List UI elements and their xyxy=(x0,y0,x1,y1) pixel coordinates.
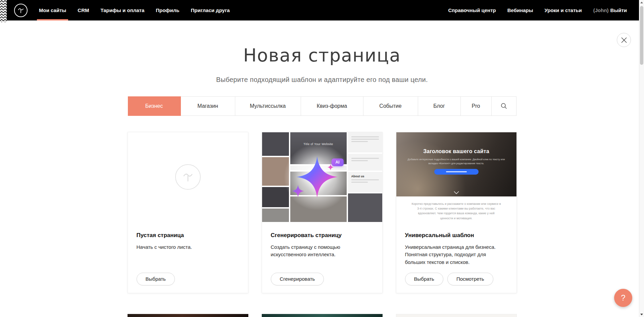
page-subtitle: Выберите подходящий шаблон и адаптируйте… xyxy=(0,76,644,84)
template-cta-button xyxy=(434,169,479,175)
tilda-logo[interactable] xyxy=(14,4,28,17)
template-thumb xyxy=(348,132,382,152)
template-category-tabs: Бизнес Магазин Мультиссылка Квиз-форма С… xyxy=(128,96,516,116)
menu-crm[interactable]: CRM xyxy=(78,0,89,20)
template-cards-row-2 xyxy=(128,314,517,317)
menu-my-sites[interactable]: Мои сайты xyxy=(39,0,66,20)
template-thumb xyxy=(262,187,289,207)
user-name: (John) xyxy=(593,7,609,13)
template-thumb: About us xyxy=(348,172,382,192)
tab-blog[interactable]: Блог xyxy=(418,97,461,116)
card-actions: Сгенерировать xyxy=(271,273,374,285)
scrollbar[interactable] xyxy=(639,0,644,317)
zigzag-decoration xyxy=(0,0,7,22)
universal-template-preview: Заголовок вашего сайта Добавьте интересн… xyxy=(396,132,516,222)
zigzag-pattern-icon xyxy=(0,0,7,22)
scroll-up-arrow[interactable] xyxy=(639,0,644,5)
template-thumb xyxy=(262,209,289,222)
template-hero: Заголовок вашего сайта Добавьте интересн… xyxy=(396,132,516,196)
template-card-partial[interactable] xyxy=(396,314,517,317)
template-card-partial[interactable] xyxy=(128,314,248,317)
app-window: Мои сайты CRM Тарифы и оплата Профиль Пр… xyxy=(0,0,644,317)
card-body: Универсальный шаблон Универсальная стран… xyxy=(396,222,516,293)
preview-universal-button[interactable]: Посмотреть xyxy=(447,273,493,285)
tab-quiz-form[interactable]: Квиз-форма xyxy=(301,97,363,116)
collage-column: About us xyxy=(348,132,382,222)
thumb-about-text: About us xyxy=(351,175,379,178)
generate-button[interactable]: Сгенерировать xyxy=(271,273,324,285)
menu-profile[interactable]: Профиль xyxy=(156,0,179,20)
template-thumb xyxy=(348,154,382,171)
logout-label: Выйти xyxy=(610,7,627,13)
menu-lessons[interactable]: Уроки и статьи xyxy=(545,0,582,20)
help-button[interactable]: ? xyxy=(614,289,632,307)
tab-shop[interactable]: Магазин xyxy=(181,97,235,116)
tilda-watermark-glyph xyxy=(181,170,195,184)
select-blank-button[interactable]: Выбрать xyxy=(137,273,175,285)
tilda-logo-icon xyxy=(16,6,25,15)
menu-webinars[interactable]: Вебинары xyxy=(507,0,533,20)
card-body: Сгенерировать страницу Создать страницу … xyxy=(262,222,382,293)
template-body: Коротко представьтесь и расскажите о ком… xyxy=(396,196,516,221)
template-thumb xyxy=(262,132,289,156)
ai-preview: Title of Your Website xyxy=(262,132,382,222)
template-cards-row: Пустая страница Начать с чистого листа. … xyxy=(128,132,517,293)
tab-business[interactable]: Бизнес xyxy=(128,96,181,116)
secondary-menu: Справочный центр Вебинары Уроки и статьи… xyxy=(448,0,639,20)
main-menu: Мои сайты CRM Тарифы и оплата Профиль Пр… xyxy=(39,0,230,20)
card-description: Универсальная страница для бизнеса. Поня… xyxy=(405,243,508,266)
template-hero-subtext: Добавьте интересные подробности о вашей … xyxy=(406,157,507,166)
card-actions: Выбрать Посмотреть xyxy=(405,273,508,285)
card-description: Начать с чистого листа. xyxy=(137,243,239,251)
menu-tariffs[interactable]: Тарифы и оплата xyxy=(100,0,144,20)
close-button[interactable] xyxy=(617,33,631,47)
tab-pro[interactable]: Pro xyxy=(461,97,492,116)
ai-badge: AI xyxy=(332,158,344,166)
tab-event[interactable]: Событие xyxy=(363,97,418,116)
menu-logout[interactable]: (John) Выйти xyxy=(593,0,627,20)
tilda-watermark-icon xyxy=(175,164,201,190)
card-actions: Выбрать xyxy=(137,273,239,285)
template-card-partial[interactable] xyxy=(262,314,383,317)
menu-help-center[interactable]: Справочный центр xyxy=(448,0,496,20)
card-ai-generate: Title of Your Website xyxy=(262,132,383,293)
template-hero-heading: Заголовок вашего сайта xyxy=(423,148,489,154)
select-universal-button[interactable]: Выбрать xyxy=(405,273,443,285)
page-title: Новая страница xyxy=(0,46,644,65)
scroll-down-arrow[interactable] xyxy=(639,312,644,317)
chevron-down-icon xyxy=(454,191,459,194)
card-title: Сгенерировать страницу xyxy=(271,232,374,239)
card-title: Универсальный шаблон xyxy=(405,232,508,239)
search-tab[interactable] xyxy=(492,97,516,116)
search-icon xyxy=(501,103,507,109)
tab-multilink[interactable]: Мультиссылка xyxy=(235,97,301,116)
blank-page-preview xyxy=(128,132,248,222)
template-body-text: Коротко представьтесь и расскажите о ком… xyxy=(412,201,501,221)
card-description: Создать страницу с помощью искусственног… xyxy=(271,243,374,259)
topbar: Мои сайты CRM Тарифы и оплата Профиль Пр… xyxy=(7,0,639,20)
template-thumb xyxy=(348,193,382,222)
card-blank-page: Пустая страница Начать с чистого листа. … xyxy=(128,132,248,293)
card-universal-template: Заголовок вашего сайта Добавьте интересн… xyxy=(396,132,517,293)
card-body: Пустая страница Начать с чистого листа. … xyxy=(128,222,248,293)
new-page-modal: Новая страница Выберите подходящий шабло… xyxy=(0,0,644,317)
close-icon xyxy=(621,37,627,43)
menu-invite-friend[interactable]: Пригласи друга xyxy=(191,0,230,20)
scrollbar-thumb[interactable] xyxy=(640,6,643,65)
card-title: Пустая страница xyxy=(137,232,239,239)
